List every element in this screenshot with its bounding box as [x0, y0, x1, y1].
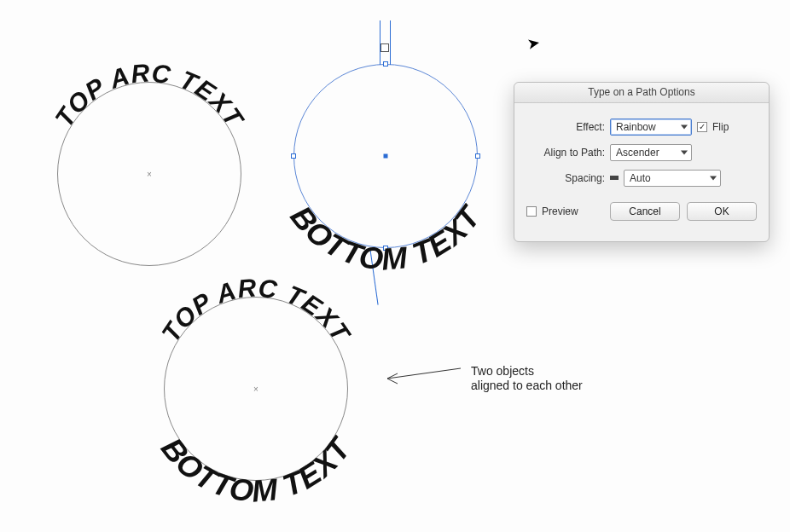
- align-label: Align to Path:: [526, 147, 605, 159]
- ok-button[interactable]: OK: [687, 202, 757, 221]
- dialog-title: Type on a Path Options: [514, 83, 769, 103]
- dropdown-arrow-icon: [681, 151, 688, 155]
- annotation-text: Two objects aligned to each other: [471, 364, 583, 393]
- preview-label: Preview: [542, 205, 578, 217]
- spacing-select[interactable]: Auto: [624, 170, 721, 187]
- svg-line-4: [387, 368, 461, 379]
- flip-checkbox[interactable]: ✓: [697, 122, 707, 132]
- annotation-arrow: [0, 0, 790, 532]
- dropdown-arrow-icon: [681, 125, 688, 130]
- preview-checkbox[interactable]: [526, 206, 537, 217]
- spacing-value: Auto: [630, 172, 651, 184]
- effect-label: Effect:: [526, 121, 605, 133]
- effect-select[interactable]: Rainbow: [610, 119, 692, 136]
- type-on-path-dialog: Type on a Path Options Effect: Rainbow ✓…: [514, 82, 770, 242]
- align-value: Ascender: [616, 147, 659, 159]
- flip-label: Flip: [712, 121, 729, 133]
- stepper-up-icon[interactable]: [610, 176, 619, 180]
- dropdown-arrow-icon: [710, 176, 717, 181]
- cancel-button[interactable]: Cancel: [610, 202, 680, 221]
- annotation-line2: aligned to each other: [471, 379, 583, 392]
- artboard: × TOP ARC TEXT BOTTOM TEXT × TOP ARC TEX…: [0, 0, 790, 532]
- align-select[interactable]: Ascender: [610, 144, 692, 161]
- annotation-line1: Two objects: [471, 364, 534, 378]
- spacing-label: Spacing:: [526, 172, 605, 184]
- effect-value: Rainbow: [616, 121, 656, 133]
